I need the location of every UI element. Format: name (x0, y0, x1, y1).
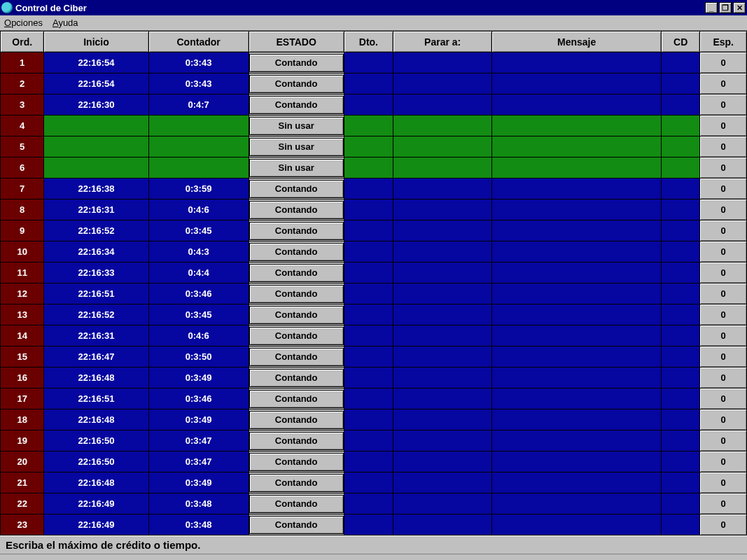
cell-dto (344, 241, 393, 262)
header-cd[interactable]: CD (662, 31, 700, 52)
header-inicio[interactable]: Inicio (44, 31, 148, 52)
cell-esp: 0 (700, 74, 747, 94)
table-row[interactable]: 1822:16:480:3:49Contando0 (1, 410, 747, 430)
cell-ord: 14 (1, 326, 44, 346)
cell-ord: 13 (1, 304, 44, 326)
estado-button[interactable]: Contando (249, 495, 344, 513)
cell-contador: 0:3:46 (148, 388, 249, 410)
header-parar[interactable]: Parar a: (393, 31, 492, 52)
table-row[interactable]: 1722:16:510:3:46Contando0 (1, 388, 747, 410)
cell-dto (344, 368, 393, 388)
estado-button[interactable]: Contando (249, 222, 344, 240)
cell-parar (393, 52, 492, 74)
table-row[interactable]: 2122:16:480:3:49Contando0 (1, 472, 747, 493)
estado-button[interactable]: Contando (249, 474, 344, 492)
estado-button[interactable]: Contando (249, 54, 344, 72)
cell-parar (393, 326, 492, 346)
estado-button[interactable]: Sin usar (249, 159, 344, 177)
header-dto[interactable]: Dto. (344, 31, 393, 52)
cell-dto (344, 220, 393, 241)
cell-inicio: 22:16:54 (44, 52, 148, 74)
cell-esp: 0 (700, 368, 747, 388)
cell-parar (393, 136, 492, 158)
header-estado[interactable]: ESTADO (249, 31, 344, 52)
cell-inicio: 22:16:47 (44, 346, 148, 368)
cell-dto (344, 52, 393, 74)
estado-button[interactable]: Sin usar (249, 138, 344, 156)
table-row[interactable]: 322:16:300:4:7Contando0 (1, 94, 747, 115)
estado-button[interactable]: Contando (249, 453, 344, 471)
estado-button[interactable]: Contando (249, 75, 344, 93)
table-row[interactable]: 1222:16:510:3:46Contando0 (1, 284, 747, 304)
header-contador[interactable]: Contador (148, 31, 249, 52)
cell-contador: 0:3:49 (148, 472, 249, 493)
menu-ayuda-rest: yuda (58, 18, 78, 28)
table-row[interactable]: 822:16:310:4:6Contando0 (1, 200, 747, 220)
cell-parar (393, 472, 492, 493)
table-row[interactable]: 6Sin usar0 (1, 158, 747, 178)
table-row[interactable]: 1622:16:480:3:49Contando0 (1, 368, 747, 388)
table-row[interactable]: 1322:16:520:3:45Contando0 (1, 304, 747, 326)
table-row[interactable]: 1122:16:330:4:4Contando0 (1, 262, 747, 284)
cell-mensaje (492, 493, 662, 514)
estado-button[interactable]: Contando (249, 180, 344, 198)
cell-parar (393, 284, 492, 304)
cell-esp: 0 (700, 136, 747, 158)
cell-ord: 19 (1, 430, 44, 451)
cell-parar (393, 262, 492, 284)
cell-parar (393, 220, 492, 241)
cell-parar (393, 514, 492, 536)
estado-button[interactable]: Contando (249, 516, 344, 534)
maximize-button[interactable]: ❐ (719, 2, 732, 13)
cell-cd (662, 136, 700, 158)
estado-button[interactable]: Contando (249, 96, 344, 114)
estado-button[interactable]: Sin usar (249, 117, 344, 135)
estado-button[interactable]: Contando (249, 369, 344, 387)
estado-button[interactable]: Contando (249, 390, 344, 408)
table-row[interactable]: 1522:16:470:3:50Contando0 (1, 346, 747, 368)
table-row[interactable]: 222:16:540:3:43Contando0 (1, 74, 747, 94)
estado-button[interactable]: Contando (249, 243, 344, 261)
table-row[interactable]: 922:16:520:3:45Contando0 (1, 220, 747, 241)
cell-ord: 16 (1, 368, 44, 388)
table-row[interactable]: 2022:16:500:3:47Contando0 (1, 451, 747, 472)
menu-opciones[interactable]: Opciones (4, 18, 43, 28)
estado-button[interactable]: Contando (249, 306, 344, 324)
cell-inicio: 22:16:33 (44, 262, 148, 284)
cell-estado: Contando (249, 326, 344, 346)
estado-button[interactable]: Contando (249, 327, 344, 345)
estado-button[interactable]: Contando (249, 411, 344, 429)
table-row[interactable]: 4Sin usar0 (1, 115, 747, 136)
cell-ord: 21 (1, 472, 44, 493)
header-mensaje[interactable]: Mensaje (492, 31, 662, 52)
cell-contador: 0:3:47 (148, 430, 249, 451)
header-ord[interactable]: Ord. (1, 31, 44, 52)
cell-mensaje (492, 346, 662, 368)
table-row[interactable]: 5Sin usar0 (1, 136, 747, 158)
table-row[interactable]: 2322:16:490:3:48Contando0 (1, 514, 747, 536)
header-esp[interactable]: Esp. (700, 31, 747, 52)
estado-button[interactable]: Contando (249, 201, 344, 219)
table-row[interactable]: 1922:16:500:3:47Contando0 (1, 430, 747, 451)
estado-button[interactable]: Contando (249, 285, 344, 303)
cell-dto (344, 514, 393, 536)
table-row[interactable]: 2222:16:490:3:48Contando0 (1, 493, 747, 514)
table-row[interactable]: 722:16:380:3:59Contando0 (1, 178, 747, 200)
cell-inicio: 22:16:48 (44, 368, 148, 388)
cell-contador: 0:3:43 (148, 74, 249, 94)
menu-ayuda[interactable]: Ayuda (53, 18, 78, 28)
estado-button[interactable]: Contando (249, 432, 344, 450)
cell-ord: 22 (1, 493, 44, 514)
table-row[interactable]: 122:16:540:3:43Contando0 (1, 52, 747, 74)
cell-inicio: 22:16:48 (44, 410, 148, 430)
cell-esp: 0 (700, 220, 747, 241)
minimize-button[interactable]: _ (705, 2, 718, 13)
estado-button[interactable]: Contando (249, 348, 344, 366)
table-row[interactable]: 1022:16:340:4:3Contando0 (1, 241, 747, 262)
cell-inicio: 22:16:54 (44, 74, 148, 94)
cell-dto (344, 200, 393, 220)
estado-button[interactable]: Contando (249, 264, 344, 282)
cell-ord: 12 (1, 284, 44, 304)
table-row[interactable]: 1422:16:310:4:6Contando0 (1, 326, 747, 346)
close-button[interactable]: ✕ (733, 2, 746, 13)
